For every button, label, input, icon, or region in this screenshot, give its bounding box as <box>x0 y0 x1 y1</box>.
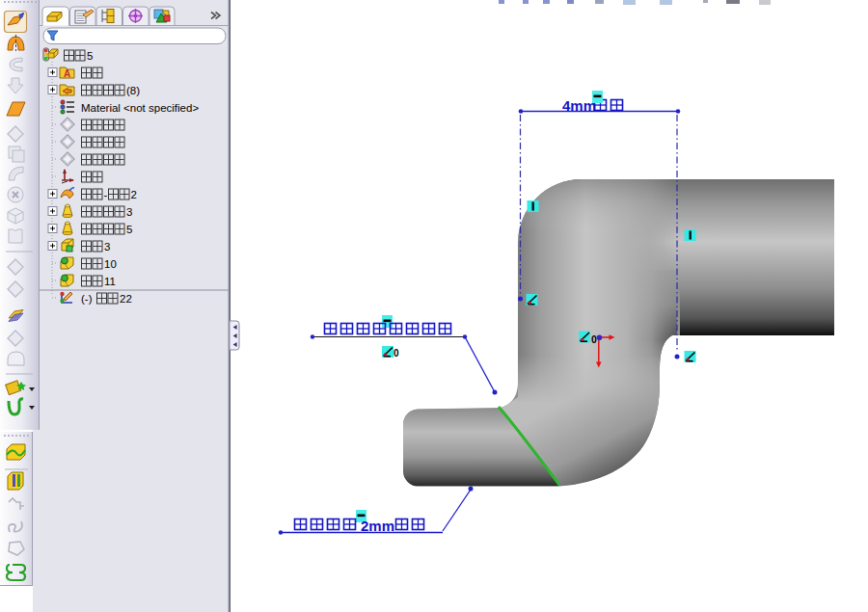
svg-text:A: A <box>64 68 70 79</box>
svg-text:5: 5 <box>126 224 132 235</box>
svg-text:4mm: 4mm <box>562 97 596 114</box>
svg-text:2mm: 2mm <box>361 518 394 534</box>
svg-text:0: 0 <box>393 348 399 359</box>
svg-text:2: 2 <box>131 189 137 200</box>
svg-text:11: 11 <box>104 276 116 287</box>
svg-text:0: 0 <box>591 333 597 345</box>
svg-text:(8): (8) <box>126 85 140 96</box>
svg-text:5: 5 <box>87 50 93 62</box>
svg-text:3: 3 <box>104 241 110 253</box>
svg-text:Material <not specified>: Material <not specified> <box>81 102 199 114</box>
svg-text:(-): (-) <box>81 293 93 305</box>
svg-text:-: - <box>104 189 108 200</box>
svg-text:10: 10 <box>104 258 117 270</box>
svg-text:3: 3 <box>126 206 132 218</box>
svg-text:22: 22 <box>120 293 132 305</box>
